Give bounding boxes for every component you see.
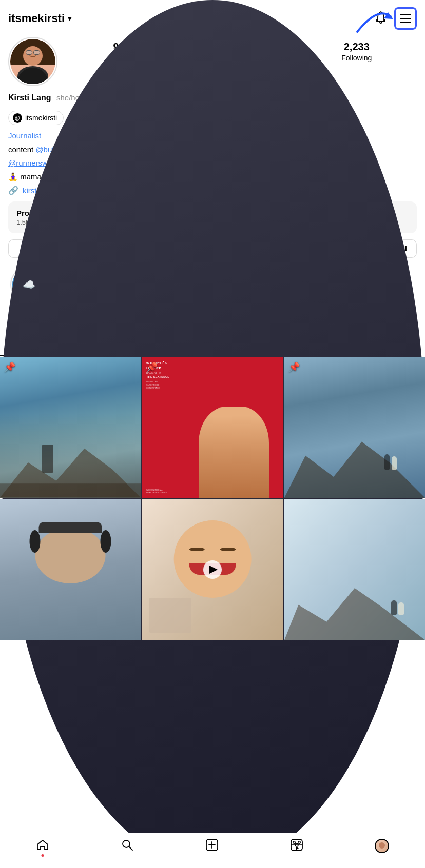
grid-item-6[interactable]	[284, 499, 425, 640]
profile-section: 956 Posts 5,751 Followers 2,233 Followin…	[0, 35, 425, 327]
menu-line-1	[400, 14, 411, 15]
username-chevron[interactable]: ▾	[68, 14, 71, 23]
journalist-link[interactable]: Journalist	[8, 131, 41, 140]
following-label: Following	[341, 54, 372, 62]
highlight-emoji[interactable]: 👫 🧝‍♀️	[54, 266, 91, 313]
photo-headphones	[0, 499, 141, 640]
grid-item-3[interactable]: 📌	[284, 357, 425, 498]
highlights-row: ☁️ Buffer 👫 🧝‍♀️ ✏️	[8, 266, 417, 313]
grid-item-4[interactable]	[0, 499, 141, 640]
avatar-ring	[8, 37, 57, 86]
threads-handle: itsmekirsti	[25, 114, 57, 122]
following-stat[interactable]: 2,233 Following	[341, 41, 372, 62]
photo-magazine: 📌 women'sHealth BACK AT IT!THE SEX ISSUE…	[142, 357, 283, 498]
link-icon: 🔗	[8, 186, 18, 195]
svg-marker-16	[284, 441, 425, 498]
username-text: itsmekirsti	[8, 12, 65, 25]
pin-icon-3: 📌	[288, 361, 300, 373]
following-count: 2,233	[344, 41, 370, 53]
username-display[interactable]: itsmekirsti ▾	[8, 12, 71, 25]
avatar-container[interactable]	[8, 37, 57, 86]
pin-icon-2: 📌	[146, 361, 158, 373]
display-name: Kirsti Lang	[8, 93, 51, 102]
pin-icon-1: 📌	[4, 361, 15, 373]
avatar	[10, 39, 55, 84]
svg-rect-15	[0, 484, 141, 498]
video-play-button-5[interactable]	[203, 560, 222, 579]
grid-item-1[interactable]: 📌	[0, 357, 141, 498]
grid-item-5[interactable]	[142, 499, 283, 640]
menu-line-2	[400, 18, 411, 19]
notification-icon[interactable]	[374, 10, 388, 28]
photo-couple-beach	[284, 499, 425, 640]
photo-landscape2: 📌	[284, 357, 425, 498]
threads-icon: @	[13, 113, 22, 123]
svg-point-1	[380, 21, 382, 23]
menu-line-3	[400, 22, 411, 23]
photo-landscape: 📌	[0, 357, 141, 498]
menu-button[interactable]	[394, 7, 417, 30]
header-actions	[374, 7, 417, 30]
svg-marker-14	[0, 449, 141, 498]
threads-badge[interactable]: @ itsmekirsti	[8, 111, 64, 125]
grid-item-2[interactable]: 📌 women'sHealth BACK AT IT!THE SEX ISSUE…	[142, 357, 283, 498]
highlight-circle-emoji: 👫	[56, 268, 89, 301]
highlight-ring-emoji: 👫	[54, 266, 91, 303]
photo-laughing	[142, 499, 283, 640]
play-triangle	[209, 566, 218, 574]
